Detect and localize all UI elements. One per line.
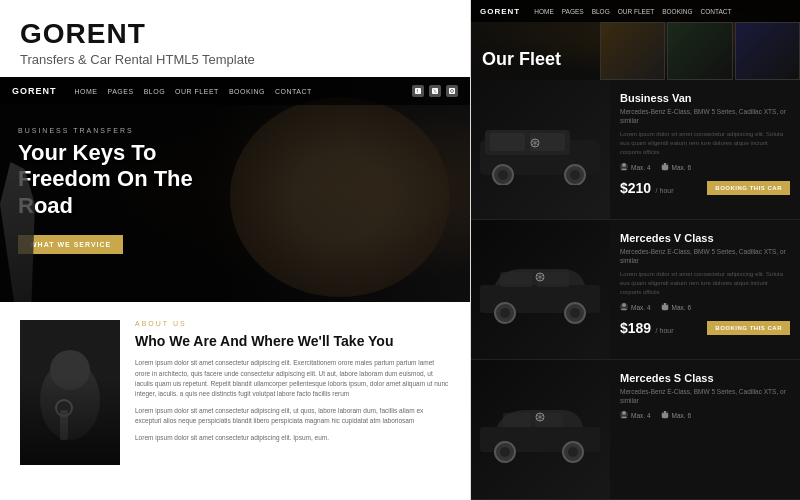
svg-rect-4: [449, 88, 455, 94]
about-section: ABOUT US Who We Are And Where We'll Take…: [0, 302, 470, 482]
car-price-2: $189: [620, 320, 651, 336]
car-info-2: Mercedes V Class Mercedes-Benz E-Class, …: [610, 220, 800, 359]
nav-contact[interactable]: CONTACT: [275, 88, 312, 95]
car-luggage-3: Max. 6: [661, 411, 692, 419]
svg-rect-6: [20, 320, 120, 465]
car-price-unit-1: / hour: [656, 187, 674, 194]
fleet-nav-pages[interactable]: PAGES: [562, 8, 584, 15]
hero-heading: Your Keys To Freedom On The Road: [18, 140, 238, 219]
svg-text:𝕏: 𝕏: [433, 89, 437, 94]
car-name-1: Business Van: [620, 92, 790, 104]
nav-booking[interactable]: BOOKING: [229, 88, 265, 95]
facebook-icon[interactable]: f: [412, 85, 424, 97]
svg-point-10: [56, 400, 72, 416]
car-item-3: Mercedes S Class Mercedes-Benz E-Class, …: [470, 360, 800, 500]
car-desc-2: Lorem ipsum dolor sit amet consectetur a…: [620, 270, 790, 297]
about-paragraph-2: Lorem ipsum dolor sit amet consectetur a…: [135, 406, 450, 427]
nav-pages[interactable]: PAGES: [108, 88, 134, 95]
svg-point-32: [570, 308, 580, 318]
car-desc-1: Lorem ipsum dolor sit amet consectetur a…: [620, 130, 790, 157]
svg-rect-41: [503, 413, 531, 427]
car-img-inner-3: [470, 360, 610, 499]
about-heading: Who We Are And Where We'll Take You: [135, 332, 450, 350]
car-footer-1: $210 / hour BOOKING THIS CAR: [620, 179, 790, 197]
svg-rect-13: [490, 133, 525, 151]
person-icon-3: [620, 411, 628, 419]
about-paragraph-3: Lorem ipsum dolor sit amet consectetur a…: [135, 433, 450, 443]
hero-eyebrow: Business Transfers: [18, 127, 238, 134]
fleet-nav-contact[interactable]: CONTACT: [701, 8, 732, 15]
fleet-nav-logo: GORENT: [480, 7, 520, 16]
fleet-navbar: GORENT HOME PAGES BLOG OUR FLEET BOOKING…: [470, 0, 800, 22]
fleet-page-title: Our Fleet: [482, 49, 561, 70]
car-info-1: Business Van Mercedes-Benz E-Class, BMW …: [610, 80, 800, 219]
car-name-3: Mercedes S Class: [620, 372, 790, 384]
book-button-2[interactable]: BOOKING THIS CAR: [707, 321, 790, 335]
hero-navbar: GORENT HOME PAGES BLOG OUR FLEET BOOKING…: [0, 77, 470, 105]
right-panel: GORENT HOME PAGES BLOG OUR FLEET BOOKING…: [470, 0, 800, 500]
fleet-header: GORENT HOME PAGES BLOG OUR FLEET BOOKING…: [470, 0, 800, 80]
car-luggage-2: Max. 6: [661, 303, 692, 311]
fleet-thumb-3: [735, 22, 800, 80]
hero-section: GORENT HOME PAGES BLOG OUR FLEET BOOKING…: [0, 77, 470, 302]
car-meta-1: Max. 4 Max. 6: [620, 163, 790, 171]
car-luggage-1: Max. 6: [661, 163, 692, 171]
svg-point-16: [498, 170, 508, 180]
fleet-nav-home[interactable]: HOME: [534, 8, 554, 15]
fleet-nav-ourfleet[interactable]: OUR FLEET: [618, 8, 654, 15]
about-image: [20, 320, 120, 465]
svg-point-23: [622, 163, 626, 167]
car-passengers-2: Max. 4: [620, 303, 651, 311]
car-model-3: Mercedes-Benz E-Class, BMW 5 Series, Cad…: [620, 387, 790, 405]
svg-point-18: [570, 170, 580, 180]
hero-cta-button[interactable]: WHAT WE SERVICE: [18, 235, 123, 254]
svg-rect-38: [662, 305, 668, 310]
car-footer-2: $189 / hour BOOKING THIS CAR: [620, 319, 790, 337]
car-img-inner-1: [470, 80, 610, 219]
brand-name: GORENT: [20, 18, 450, 50]
left-panel: GORENT Transfers & Car Rental HTML5 Temp…: [0, 0, 470, 500]
car-image-3: [470, 360, 610, 499]
fleet-thumb-2: [667, 22, 732, 80]
luggage-icon: [661, 163, 669, 171]
car-item-2: Mercedes V Class Mercedes-Benz E-Class, …: [470, 220, 800, 360]
brand-tagline: Transfers & Car Rental HTML5 Template: [20, 52, 450, 67]
car-price-block-1: $210 / hour: [620, 179, 674, 197]
svg-point-51: [622, 411, 626, 415]
svg-point-44: [500, 447, 510, 457]
social-links: f 𝕏: [412, 85, 458, 97]
svg-point-30: [500, 308, 510, 318]
template-header: GORENT Transfers & Car Rental HTML5 Temp…: [0, 0, 470, 77]
svg-point-46: [568, 447, 578, 457]
nav-home[interactable]: HOME: [75, 88, 98, 95]
car-list: Business Van Mercedes-Benz E-Class, BMW …: [470, 80, 800, 500]
car-item-1: Business Van Mercedes-Benz E-Class, BMW …: [470, 80, 800, 220]
svg-point-8: [50, 350, 90, 390]
instagram-icon[interactable]: [446, 85, 458, 97]
svg-rect-28: [537, 272, 569, 287]
fleet-nav-blog[interactable]: BLOG: [592, 8, 610, 15]
car-info-3: Mercedes S Class Mercedes-Benz E-Class, …: [610, 360, 800, 499]
svg-rect-39: [664, 303, 666, 305]
nav-blog[interactable]: BLOG: [144, 88, 165, 95]
car-img-inner-2: [470, 220, 610, 359]
about-eyebrow: ABOUT US: [135, 320, 450, 327]
car-passengers-1: Max. 4: [620, 163, 651, 171]
car-interior-image: [230, 97, 450, 297]
twitter-icon[interactable]: 𝕏: [429, 85, 441, 97]
hero-nav-logo: GORENT: [12, 86, 57, 96]
car-name-2: Mercedes V Class: [620, 232, 790, 244]
fleet-thumbnails: [600, 22, 800, 80]
nav-fleet[interactable]: OUR FLEET: [175, 88, 219, 95]
fleet-thumb-1: [600, 22, 665, 80]
book-button-1[interactable]: BOOKING THIS CAR: [707, 181, 790, 195]
person-icon-2: [620, 303, 628, 311]
car-price-unit-2: / hour: [656, 327, 674, 334]
svg-rect-27: [500, 272, 532, 287]
svg-rect-24: [662, 165, 668, 170]
car-meta-2: Max. 4 Max. 6: [620, 303, 790, 311]
svg-rect-25: [664, 163, 666, 165]
fleet-nav-booking[interactable]: BOOKING: [662, 8, 692, 15]
panel-divider: [470, 0, 471, 500]
svg-rect-42: [535, 413, 563, 427]
